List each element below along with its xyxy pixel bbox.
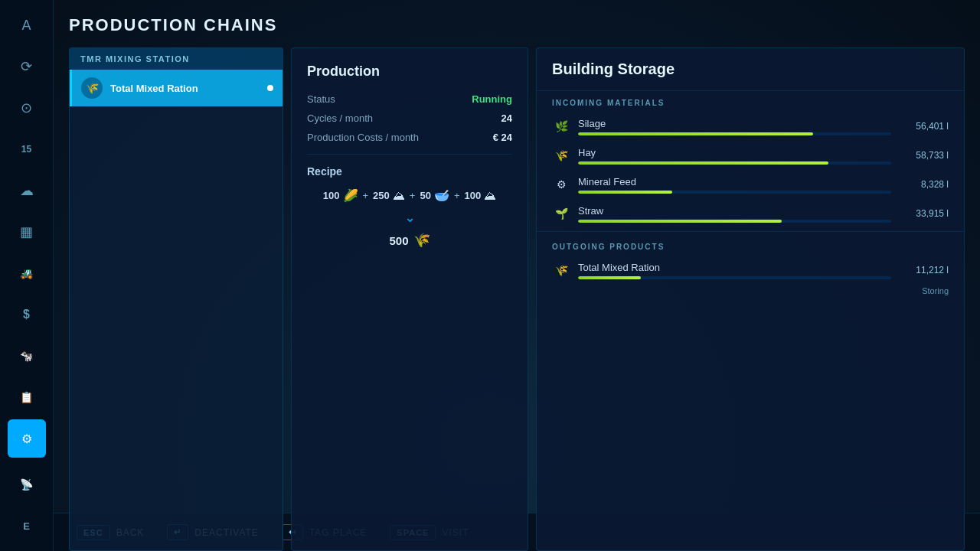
storage-row-tmr: 🌾 Total Mixed Ration 11,212 l xyxy=(537,256,964,285)
sidebar-item-weather[interactable]: ☁ xyxy=(8,171,46,210)
hay-amount: 58,733 l xyxy=(899,150,949,161)
cycles-row: Cycles / month 24 xyxy=(307,112,512,124)
sep-3: + xyxy=(454,190,460,201)
straw-icon: 🌱 xyxy=(552,204,570,223)
dollar-icon: $ xyxy=(23,308,30,321)
output-icon: 🌾 xyxy=(413,232,430,249)
silage-bar-fill xyxy=(578,132,813,135)
notes-icon: 📋 xyxy=(20,391,33,403)
storage-row-hay: 🌾 Hay 58,733 l xyxy=(537,141,964,170)
hay-icon: 🌾 xyxy=(552,146,570,165)
sidebar-item-calendar[interactable]: 15 xyxy=(8,130,46,168)
costs-row: Production Costs / month € 24 xyxy=(307,132,512,143)
costs-label: Production Costs / month xyxy=(307,132,419,143)
station-header: TMR MIXING STATION xyxy=(70,48,283,70)
panels-row: TMR MIXING STATION 🌾 Total Mixed Ration … xyxy=(69,47,965,551)
ingredient-amount-2: 250 xyxy=(373,190,390,201)
arrow-down-icon: ⌄ xyxy=(404,209,416,226)
sep-2: + xyxy=(410,190,416,201)
hay-bar-track xyxy=(578,161,891,165)
mineral-name: Mineral Feed xyxy=(578,176,891,187)
tmr-out-info: Total Mixed Ration xyxy=(578,262,891,279)
production-icon: ⚙ xyxy=(21,432,32,446)
costs-value: € 24 xyxy=(493,132,512,143)
satellite-icon: 📡 xyxy=(20,478,33,491)
cycles-value: 24 xyxy=(501,112,512,124)
page-title: PRODUCTION CHAINS xyxy=(69,15,965,35)
hay-name: Hay xyxy=(578,147,891,158)
cycles-label: Cycles / month xyxy=(307,112,373,124)
status-value: Running xyxy=(472,93,512,105)
silage-bar-track xyxy=(578,132,891,135)
hay-info: Hay xyxy=(578,147,891,165)
sidebar-item-globe[interactable]: ⟳ xyxy=(8,47,46,86)
mineral-icon: ⚙ xyxy=(552,175,570,194)
ingredient-amount-1: 100 xyxy=(323,190,340,201)
recipe-arrow: ⌄ xyxy=(307,209,512,226)
ingredient-amount-3: 50 xyxy=(420,190,430,201)
production-title: Production xyxy=(307,64,512,80)
sidebar-item-steering[interactable]: ⊙ xyxy=(8,89,46,127)
storage-row-mineral: ⚙ Mineral Feed 8,328 l xyxy=(537,170,964,199)
silage-icon: 🌿 xyxy=(552,117,570,135)
sidebar-item-tractor[interactable]: 🚜 xyxy=(8,254,46,292)
recipe-title: Recipe xyxy=(307,165,512,178)
sidebar: A ⟳ ⊙ 15 ☁ ▦ 🚜 $ 🐄 📋 ⚙ 📡 E xyxy=(0,0,54,551)
production-panel: Production Status Running Cycles / month… xyxy=(291,47,528,551)
mineral-info: Mineral Feed xyxy=(578,176,891,194)
mineral-amount: 8,328 l xyxy=(899,179,949,190)
silage-info: Silage xyxy=(578,118,891,135)
tmr-out-name: Total Mixed Ration xyxy=(578,262,891,273)
straw-name: Straw xyxy=(578,205,891,217)
tmr-out-bar-track xyxy=(578,276,891,279)
left-panel: TMR MIXING STATION 🌾 Total Mixed Ration xyxy=(69,47,283,551)
mineral-bar-track xyxy=(578,191,891,194)
incoming-label: INCOMING MATERIALS xyxy=(537,91,964,112)
sidebar-item-notes[interactable]: 📋 xyxy=(8,378,46,416)
tmr-out-bar-fill xyxy=(578,276,641,279)
mineral-bar-fill xyxy=(578,191,672,194)
ingredient-icon-3: 🥣 xyxy=(434,188,449,203)
recipe-ingredients: 100 🌽 + 250 ⛰ + 50 🥣 + 100 ⛰ xyxy=(307,188,512,203)
ingredient-amount-4: 100 xyxy=(464,190,481,201)
sidebar-item-stats[interactable]: ▦ xyxy=(8,213,46,251)
building-storage-title: Building Storage xyxy=(552,60,949,78)
tmr-out-amount: 11,212 l xyxy=(899,265,949,276)
right-panel-header: Building Storage xyxy=(537,48,964,91)
sidebar-item-dollar[interactable]: $ xyxy=(8,295,46,334)
straw-bar-fill xyxy=(578,220,782,223)
straw-bar-track xyxy=(578,220,891,223)
hay-bar-fill xyxy=(578,161,828,165)
ingredient-icon-1: 🌽 xyxy=(343,188,358,203)
straw-amount: 33,915 l xyxy=(899,208,949,219)
storage-row-straw: 🌱 Straw 33,915 l xyxy=(537,199,964,228)
steering-icon: ⊙ xyxy=(21,99,32,116)
straw-info: Straw xyxy=(578,205,891,223)
sidebar-item-production[interactable]: ⚙ xyxy=(8,419,46,458)
content-area: PRODUCTION CHAINS TMR MIXING STATION 🌾 T… xyxy=(54,0,980,551)
chain-active-dot xyxy=(267,85,273,91)
silage-name: Silage xyxy=(578,118,891,129)
sidebar-item-e[interactable]: E xyxy=(8,507,46,545)
sidebar-item-satellite[interactable]: 📡 xyxy=(8,465,46,504)
storage-row-silage: 🌿 Silage 56,401 l xyxy=(537,112,964,141)
weather-icon: ☁ xyxy=(20,182,34,199)
calendar-icon: 15 xyxy=(21,144,31,155)
chain-icon: 🌾 xyxy=(81,77,103,99)
output-amount: 500 xyxy=(389,234,408,247)
tractor-icon: 🚜 xyxy=(20,267,33,279)
chain-item-tmr[interactable]: 🌾 Total Mixed Ration xyxy=(70,70,283,106)
status-label: Status xyxy=(307,93,335,105)
sidebar-item-animals[interactable]: 🐄 xyxy=(8,337,46,375)
status-row: Status Running xyxy=(307,93,512,105)
silage-amount: 56,401 l xyxy=(899,121,949,132)
e-icon: E xyxy=(23,520,30,532)
tmr-out-icon: 🌾 xyxy=(552,261,570,279)
tmr-storing-status: Storing xyxy=(537,285,964,302)
divider xyxy=(307,154,512,155)
chain-label: Total Mixed Ration xyxy=(110,83,260,94)
sidebar-item-a[interactable]: A xyxy=(8,6,46,44)
sep-1: + xyxy=(363,190,369,201)
building-storage-panel: Building Storage INCOMING MATERIALS 🌿 Si… xyxy=(536,47,965,551)
a-icon: A xyxy=(21,18,31,34)
